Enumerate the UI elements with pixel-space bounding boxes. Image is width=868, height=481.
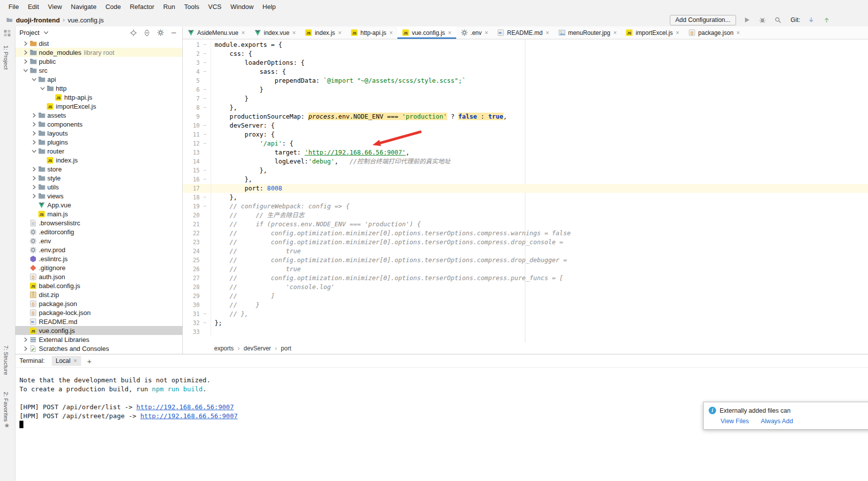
editor-gutter[interactable]: 3−	[183, 58, 211, 67]
chevron-right-icon[interactable]	[30, 111, 38, 119]
tree-item-http[interactable]: http	[15, 84, 182, 93]
chevron-right-icon[interactable]	[30, 120, 38, 128]
chevron-down-icon[interactable]	[30, 147, 38, 155]
tree-item-App.vue[interactable]: App.vue	[15, 200, 182, 209]
editor-gutter[interactable]: 4−	[183, 67, 211, 76]
tree-item-layouts[interactable]: layouts	[15, 129, 182, 138]
editor-gutter[interactable]: 17	[183, 184, 211, 193]
editor-gutter[interactable]: 23	[183, 238, 211, 247]
tree-item-components[interactable]: components	[15, 120, 182, 129]
view-files-link[interactable]: View Files	[721, 418, 749, 425]
tree-item-babel.config.js[interactable]: JSbabel.config.js	[15, 281, 182, 290]
menu-help[interactable]: Help	[258, 1, 280, 12]
breadcrumb-file[interactable]: vue.config.js	[68, 16, 104, 24]
tree-item-utils[interactable]: utils	[15, 182, 182, 191]
chevron-right-icon[interactable]	[30, 129, 38, 137]
chevron-right-icon[interactable]	[30, 174, 38, 182]
tree-item-plugins[interactable]: plugins	[15, 138, 182, 147]
tree-item-External Libraries[interactable]: External Libraries	[15, 335, 182, 344]
tree-item-index.js[interactable]: JSindex.js	[15, 156, 182, 164]
git-update-icon[interactable]	[807, 15, 816, 24]
terminal-link[interactable]: http://192.168.66.56:9007	[140, 412, 238, 420]
tree-item-vue.config.js[interactable]: JSvue.config.js	[15, 326, 182, 335]
close-icon[interactable]: ×	[292, 29, 296, 36]
editor-gutter[interactable]: 25	[183, 256, 211, 265]
close-icon[interactable]: ×	[448, 29, 452, 36]
editor-gutter[interactable]: 13	[183, 148, 211, 157]
tree-item-src[interactable]: src	[15, 66, 182, 75]
tree-item-package.json[interactable]: {}package.json	[15, 299, 182, 308]
editor-gutter[interactable]: 10−	[183, 121, 211, 130]
editor-tab-importExcel.js[interactable]: JSimportExcel.js×	[621, 26, 684, 39]
git-branch-label[interactable]: Git:	[791, 16, 800, 23]
editor-gutter[interactable]: 27	[183, 274, 211, 283]
tool-windows-icon[interactable]	[3, 29, 11, 39]
editor-gutter[interactable]: 19−	[183, 202, 211, 211]
editor-gutter[interactable]: 11−	[183, 130, 211, 139]
tree-item-node_modules[interactable]: node_moduleslibrary root	[15, 48, 182, 57]
editor-gutter[interactable]: 9	[183, 112, 211, 121]
tree-item-.gitignore[interactable]: .gitignore	[15, 263, 182, 272]
tree-item-.env.prod[interactable]: .env.prod	[15, 245, 182, 254]
menu-view[interactable]: View	[43, 1, 66, 12]
close-icon[interactable]: ×	[546, 29, 549, 36]
editor-gutter[interactable]: 2−	[183, 49, 211, 58]
editor-gutter[interactable]: 5	[183, 76, 211, 85]
close-icon[interactable]: ×	[737, 29, 740, 36]
tree-item-router[interactable]: router	[15, 147, 182, 156]
menu-tools[interactable]: Tools	[180, 1, 204, 12]
close-icon[interactable]: ×	[338, 29, 342, 36]
tree-item-auth.json[interactable]: {}auth.json	[15, 272, 182, 281]
editor-gutter[interactable]: 24	[183, 247, 211, 256]
editor-gutter[interactable]: 16−	[183, 175, 211, 184]
chevron-right-icon[interactable]	[30, 192, 38, 200]
breadcrumb-project[interactable]: duoji-frontend	[16, 16, 60, 24]
tree-item-public[interactable]: public	[15, 57, 182, 66]
tree-item-.browserslistrc[interactable]: .browserslistrc	[15, 218, 182, 227]
hide-panel-icon[interactable]	[169, 28, 178, 37]
menu-window[interactable]: Window	[226, 1, 258, 12]
favorites-star-icon[interactable]: ★	[4, 422, 10, 429]
editor-gutter[interactable]: 14	[183, 157, 211, 166]
editor-gutter[interactable]: 18−	[183, 193, 211, 202]
close-icon[interactable]: ×	[389, 29, 393, 36]
tree-item-http-api.js[interactable]: JShttp-api.js	[15, 93, 182, 102]
menu-file[interactable]: File	[4, 1, 23, 12]
editor-gutter[interactable]: 1−	[183, 40, 211, 49]
tree-item-.env[interactable]: .env	[15, 236, 182, 245]
tree-item-README.md[interactable]: M↓README.md	[15, 317, 182, 326]
new-terminal-icon[interactable]: +	[87, 357, 92, 365]
editor-gutter[interactable]: 33	[183, 327, 211, 336]
settings-gear-icon[interactable]	[156, 28, 165, 37]
editor-tab-AsideMenu.vue[interactable]: AsideMenu.vue×	[183, 26, 249, 39]
debug-icon[interactable]	[758, 15, 767, 24]
editor-tab-http-api.js[interactable]: JShttp-api.js×	[346, 26, 397, 39]
tree-item-.editorconfig[interactable]: .editorconfig	[15, 227, 182, 236]
tree-item-main.js[interactable]: JSmain.js	[15, 209, 182, 218]
chevron-down-icon[interactable]	[38, 84, 46, 92]
breadcrumb-port[interactable]: port	[281, 345, 291, 352]
terminal-cursor[interactable]	[19, 421, 23, 428]
code-link[interactable]: 'http://192.168.66.56:9007'	[305, 149, 406, 156]
editor-tab-README.md[interactable]: M↓README.md×	[493, 26, 553, 39]
editor-tab-vue.config.js[interactable]: JSvue.config.js×	[397, 26, 456, 39]
editor-gutter[interactable]: 29	[183, 292, 211, 301]
editor-gutter[interactable]: 22	[183, 229, 211, 238]
tool-button-structure[interactable]: 7: Structure	[3, 345, 9, 375]
chevron-right-icon[interactable]	[21, 335, 29, 343]
terminal-link[interactable]: http://192.168.66.56:9007	[136, 403, 234, 411]
editor-gutter[interactable]: 12−	[183, 139, 211, 148]
chevron-right-icon[interactable]	[21, 344, 29, 352]
git-push-icon[interactable]	[822, 15, 831, 24]
add-configuration-button[interactable]: Add Configuration...	[670, 15, 736, 25]
chevron-right-icon[interactable]	[21, 57, 29, 65]
code-editor[interactable]: 1−module.exports = {2− css: {3− loaderOp…	[183, 39, 868, 343]
chevron-right-icon[interactable]	[30, 165, 38, 173]
editor-gutter[interactable]: 31−	[183, 310, 211, 319]
chevron-right-icon[interactable]	[21, 39, 29, 47]
editor-gutter[interactable]: 26	[183, 265, 211, 274]
chevron-right-icon[interactable]	[30, 183, 38, 191]
tree-item-dist.zip[interactable]: dist.zip	[15, 290, 182, 299]
editor-gutter[interactable]: 20	[183, 211, 211, 220]
tree-item-views[interactable]: views	[15, 191, 182, 200]
